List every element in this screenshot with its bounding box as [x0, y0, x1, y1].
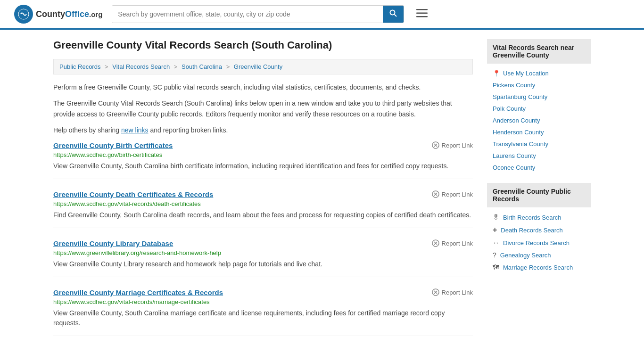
- result-3-desc: View Greenville County Library research …: [53, 259, 473, 269]
- sidebar-item-transylvania[interactable]: Transylvania County: [487, 138, 591, 150]
- breadcrumb: Public Records > Vital Records Search > …: [53, 59, 473, 74]
- result-4-url: https://www.scdhec.gov/vital-records/mar…: [53, 298, 473, 305]
- svg-point-1: [21, 13, 22, 14]
- location-pin-icon: 📍: [493, 70, 500, 77]
- breadcrumb-south-carolina[interactable]: South Carolina: [182, 63, 222, 70]
- sidebar-item-pickens[interactable]: Pickens County: [487, 79, 591, 91]
- result-item-marriage: Greenville County Marriage Certificates …: [53, 288, 473, 336]
- logo-text: CountyOffice.org: [36, 9, 102, 19]
- result-1-header: Greenville County Birth Certificates Rep…: [53, 141, 473, 149]
- report-icon-2: [432, 190, 439, 198]
- result-2-url: https://www.scdhec.gov/vital-records/dea…: [53, 200, 473, 207]
- main-container: Greenville County Vital Records Search (…: [39, 30, 605, 357]
- result-1-report-link[interactable]: Report Link: [432, 141, 473, 149]
- sidebar-nearby-header: Vital Records Search near Greenville Cou…: [487, 39, 591, 64]
- sidebar-public-records-section: Greenville County Public Records 🎖 Birth…: [487, 183, 591, 273]
- result-4-header: Greenville County Marriage Certificates …: [53, 288, 473, 296]
- svg-rect-4: [416, 9, 428, 10]
- sidebar-item-laurens[interactable]: Laurens County: [487, 150, 591, 162]
- sidebar-use-location[interactable]: 📍 Use My Location: [487, 67, 591, 79]
- result-1-desc: View Greenville County, South Carolina b…: [53, 161, 473, 171]
- intro-paragraph-1: Perform a free Greenville County, SC pub…: [53, 82, 473, 92]
- death-records-icon: +: [493, 226, 497, 234]
- breadcrumb-public-records[interactable]: Public Records: [59, 63, 100, 70]
- hamburger-menu-button[interactable]: [413, 5, 430, 23]
- result-3-report-link[interactable]: Report Link: [432, 239, 473, 247]
- report-icon-3: [432, 239, 439, 247]
- marriage-records-icon: 🗺: [493, 263, 499, 271]
- sidebar-divorce-records[interactable]: ↔ Divorce Records Search: [487, 237, 591, 249]
- report-icon-4: [432, 288, 439, 296]
- logo-icon: [14, 5, 33, 24]
- breadcrumb-sep-2: >: [174, 63, 178, 70]
- genealogy-icon: ?: [493, 251, 496, 259]
- breadcrumb-sep-3: >: [226, 63, 230, 70]
- sidebar-marriage-records[interactable]: 🗺 Marriage Records Search: [487, 261, 591, 273]
- result-4-title[interactable]: Greenville County Marriage Certificates …: [53, 288, 223, 296]
- sidebar-public-records-header: Greenville County Public Records: [487, 183, 591, 207]
- breadcrumb-greenville-county[interactable]: Greenville County: [234, 63, 282, 70]
- site-header: CountyOffice.org: [0, 0, 644, 30]
- result-4-desc: View Greenville County, South Carolina m…: [53, 308, 473, 328]
- result-1-title[interactable]: Greenville County Birth Certificates: [53, 141, 173, 149]
- search-input[interactable]: [112, 6, 383, 23]
- breadcrumb-vital-records[interactable]: Vital Records Search: [112, 63, 170, 70]
- result-item-library: Greenville County Library Database Repor…: [53, 239, 473, 277]
- result-2-title[interactable]: Greenville County Death Certificates & R…: [53, 190, 213, 198]
- svg-rect-5: [416, 13, 428, 14]
- logo[interactable]: CountyOffice.org: [14, 5, 102, 24]
- sidebar-item-oconee[interactable]: Oconee County: [487, 162, 591, 173]
- sidebar-birth-records[interactable]: 🎖 Birth Records Search: [487, 211, 591, 223]
- content-area: Greenville County Vital Records Search (…: [53, 39, 473, 347]
- result-2-desc: Find Greenville County, South Carolina d…: [53, 210, 473, 220]
- sidebar-item-henderson[interactable]: Henderson County: [487, 126, 591, 138]
- sidebar-item-spartanburg[interactable]: Spartanburg County: [487, 91, 591, 103]
- breadcrumb-sep-1: >: [105, 63, 108, 70]
- result-3-header: Greenville County Library Database Repor…: [53, 239, 473, 247]
- sidebar-nearby-section: Vital Records Search near Greenville Cou…: [487, 39, 591, 173]
- sidebar-item-anderson[interactable]: Anderson County: [487, 115, 591, 126]
- svg-point-2: [390, 10, 395, 15]
- report-icon-1: [432, 141, 439, 149]
- page-title: Greenville County Vital Records Search (…: [53, 39, 473, 51]
- logo-ext: .org: [89, 10, 102, 18]
- intro-paragraph-3: Help others by sharing new links and rep…: [53, 125, 473, 135]
- sidebar: Vital Records Search near Greenville Cou…: [487, 39, 591, 347]
- result-3-title[interactable]: Greenville County Library Database: [53, 239, 173, 247]
- result-item-death-certificates: Greenville County Death Certificates & R…: [53, 190, 473, 228]
- intro-3-prefix: Help others by sharing: [53, 126, 121, 134]
- result-1-url: https://www.scdhec.gov/birth-certificate…: [53, 151, 473, 158]
- result-2-header: Greenville County Death Certificates & R…: [53, 190, 473, 198]
- new-links-link[interactable]: new links: [121, 126, 149, 134]
- results-list: Greenville County Birth Certificates Rep…: [53, 141, 473, 336]
- sidebar-genealogy[interactable]: ? Genealogy Search: [487, 249, 591, 261]
- svg-line-3: [395, 15, 397, 17]
- divorce-records-icon: ↔: [493, 239, 499, 247]
- search-bar: [112, 5, 404, 23]
- intro-3-suffix: and reporting broken links.: [149, 126, 228, 134]
- result-4-report-link[interactable]: Report Link: [432, 288, 473, 296]
- search-button[interactable]: [383, 6, 404, 23]
- result-item-birth-certificates: Greenville County Birth Certificates Rep…: [53, 141, 473, 179]
- birth-records-icon: 🎖: [493, 214, 499, 221]
- intro-paragraph-2: The Greenville County Vital Records Sear…: [53, 98, 473, 119]
- sidebar-death-records[interactable]: + Death Records Search: [487, 223, 591, 237]
- result-3-url: https://www.greenvillelibrary.org/resear…: [53, 249, 473, 256]
- svg-rect-6: [416, 16, 428, 17]
- result-2-report-link[interactable]: Report Link: [432, 190, 473, 198]
- sidebar-item-polk[interactable]: Polk County: [487, 103, 591, 115]
